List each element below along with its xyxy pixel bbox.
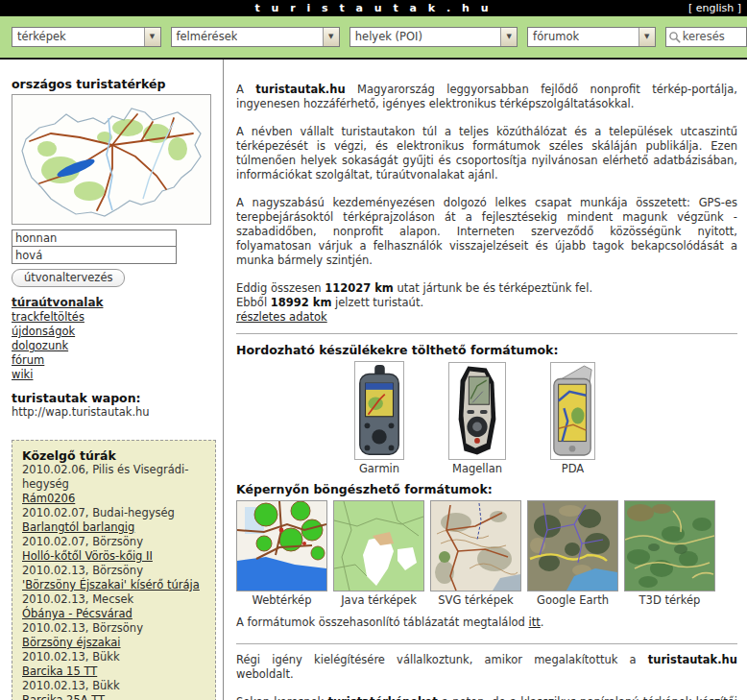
tour-item: 2010.02.13, Börzsöny 'Börzsöny Éjszakai'… [22, 564, 205, 592]
chevron-down-icon: ▼ [323, 28, 339, 46]
svg-maps-image [430, 500, 521, 591]
stats-total-km: Eddig összesen 112027 km utat jártunk be… [236, 281, 737, 296]
maps-dropdown[interactable]: térképek ▼ [12, 27, 161, 47]
route-to-input[interactable] [12, 247, 177, 264]
pda-label: PDA [562, 462, 584, 476]
intro-paragraph: A turistautak.hu Magyarország leggyorsab… [236, 83, 737, 111]
english-link[interactable]: [ english ] [688, 1, 741, 15]
comparison-table-link[interactable]: itt [529, 616, 541, 629]
chevron-down-icon: ▼ [639, 28, 655, 46]
upcoming-tours-title: Közelgő túrák [22, 448, 205, 463]
tour-date: 2010.02.13, Bükk [22, 650, 205, 664]
route-planner-form: útvonaltervezés [12, 229, 223, 287]
site-title: t u r i s t a u t a k . h u [0, 1, 747, 15]
top-bar: t u r i s t a u t a k . h u [ english ] [0, 0, 747, 16]
java-maps-image [333, 500, 424, 591]
tour-date: 2010.02.13, Börzsöny [22, 564, 205, 578]
poi-dropdown[interactable]: helyek (POI) ▼ [349, 27, 518, 47]
java-maps-label: Java térképek [341, 593, 417, 608]
nav-bar: térképek ▼ felmérések ▼ helyek (POI) ▼ f… [0, 16, 747, 60]
screen-formats-heading: Képernyőn böngészhető formátumok: [236, 482, 737, 496]
format-thumbnails-row: Webtérkép Java térképek [236, 500, 737, 608]
magellan-label: Magellan [452, 462, 502, 476]
sidebar-links: túraútvonalak trackfeltöltés újdonságok … [12, 296, 223, 382]
chevron-down-icon: ▼ [144, 28, 160, 46]
tour-item: 2010.02.06, Pilis és Visegrádi-hegység R… [22, 463, 205, 506]
surveys-dropdown-label: felmérések [172, 30, 238, 44]
sidebar-item-tour-routes[interactable]: túraútvonalak [12, 296, 103, 309]
detailed-data-link[interactable]: részletes adatok [236, 310, 327, 324]
wap-heading: turistautak wapon: [12, 391, 223, 405]
forums-dropdown[interactable]: fórumok ▼ [527, 27, 656, 47]
tour-item: 2010.02.07, Budai-hegység Barlangtól bar… [22, 506, 205, 535]
maps-dropdown-label: térképek [12, 30, 66, 44]
google-earth-thumb[interactable]: Google Earth [527, 500, 618, 608]
team-paragraph: A nagyszabású kezdeményezésen dolgozó le… [236, 196, 737, 268]
hungary-map-image[interactable] [12, 94, 211, 225]
pda-image [550, 362, 595, 460]
route-plan-button[interactable]: útvonaltervezés [12, 269, 125, 287]
old-need-paragraph: Régi igény kielégítésére vállalkoztunk, … [236, 653, 737, 682]
surveys-dropdown[interactable]: felmérések ▼ [171, 27, 340, 47]
tour-item: 2010.02.13, Bükk Barcika 15 TT [22, 650, 205, 679]
sidebar-item-track-upload[interactable]: trackfeltöltés [12, 310, 84, 324]
tour-link[interactable]: Rám0206 [22, 492, 75, 505]
tour-link[interactable]: Börzsöny éjszakai [22, 636, 121, 649]
tour-link[interactable]: Holló-kőtől Vörös-kőig II [22, 549, 153, 563]
google-earth-label: Google Earth [537, 593, 609, 608]
svg-maps-thumb[interactable]: SVG térképek [430, 500, 521, 608]
main-content: A turistautak.hu Magyarország leggyorsab… [225, 60, 747, 700]
java-maps-thumb[interactable]: Java térképek [333, 500, 424, 608]
stats-marked-km: Ebből 18992 km jelzett turistaút. [236, 296, 737, 310]
divider [236, 333, 737, 334]
tour-link[interactable]: Barcika 15 TT [22, 664, 97, 678]
tour-item: 2010.02.13, Börzsöny Börzsöny éjszakai [22, 621, 205, 650]
webmap-label: Webtérkép [252, 593, 311, 608]
search-icon [668, 31, 682, 44]
sidebar-item-news[interactable]: újdonságok [12, 325, 75, 338]
garmin-device[interactable]: Garmin [354, 361, 404, 476]
poi-dropdown-label: helyek (POI) [350, 30, 422, 44]
paper-maps-paragraph: Sokan keresnek turistatérképeket a neten… [236, 695, 737, 700]
magellan-gps-image [448, 362, 506, 460]
tour-link[interactable]: 'Börzsöny Éjszakai' kísérő túrája [22, 578, 200, 591]
page: t u r i s t a u t a k . h u [ english ] … [0, 0, 747, 700]
wap-url: http://wap.turistautak.hu [12, 405, 223, 420]
garmin-gps-image [354, 361, 404, 460]
sidebar-item-forum[interactable]: fórum [12, 353, 44, 367]
svg-maps-label: SVG térképek [438, 593, 513, 608]
t3d-map-thumb[interactable]: T3D térkép [624, 500, 715, 608]
tour-link[interactable]: Barcika 25A TT [22, 693, 105, 700]
search-input[interactable] [683, 30, 740, 44]
tour-link[interactable]: Óbánya - Pécsvárad [22, 607, 133, 620]
portable-formats-heading: Hordozható készülékekre tölthető formátu… [236, 343, 737, 357]
comparison-line: A formátumok összehasonlító táblázatát m… [236, 616, 737, 630]
tour-link[interactable]: Barlangtól barlangig [22, 520, 134, 534]
google-earth-image [527, 500, 618, 591]
chevron-down-icon: ▼ [500, 28, 517, 46]
sidebar: országos turistatérkép [0, 60, 224, 700]
national-map-title: országos turistatérkép [12, 77, 223, 91]
magellan-device[interactable]: Magellan [448, 362, 506, 476]
search-box [665, 27, 747, 47]
description-paragraph: A névben vállalt turistautakon túl a tel… [236, 125, 737, 182]
tour-item: 2010.02.07, Börzsöny Holló-kőtől Vörös-k… [22, 535, 205, 564]
webmap-thumb[interactable]: Webtérkép [236, 500, 327, 608]
t3d-map-image [624, 500, 715, 591]
tour-date: 2010.02.13, Börzsöny [22, 621, 205, 636]
tour-item: 2010.02.13, Mecsek Óbánya - Pécsvárad [22, 592, 205, 621]
tour-date: 2010.02.13, Mecsek [22, 592, 205, 607]
tour-date: 2010.02.07, Börzsöny [22, 535, 205, 549]
route-from-input[interactable] [12, 229, 177, 247]
tour-date: 2010.02.13, Bükk [22, 679, 205, 693]
stats-block: Eddig összesen 112027 km utat jártunk be… [236, 281, 737, 325]
tour-date: 2010.02.07, Budai-hegység [22, 506, 205, 520]
t3d-map-label: T3D térkép [639, 593, 701, 608]
sidebar-item-wiki[interactable]: wiki [12, 368, 33, 381]
divider [236, 643, 737, 644]
pda-device[interactable]: PDA [550, 362, 595, 476]
device-row: Garmin Magellan [354, 361, 737, 476]
tour-item: 2010.02.13, Bükk Barcika 25A TT [22, 679, 205, 700]
sidebar-item-working-on[interactable]: dolgozunk [12, 339, 68, 352]
upcoming-tours-box: Közelgő túrák 2010.02.06, Pilis és Viseg… [12, 440, 216, 700]
